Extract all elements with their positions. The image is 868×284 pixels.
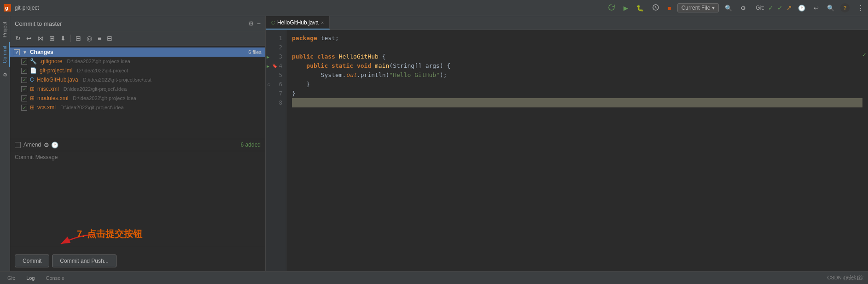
cherry-pick-btn[interactable]: ⋈ <box>35 33 46 43</box>
commit-button[interactable]: Commit <box>15 254 49 267</box>
commit-message-input[interactable] <box>15 154 261 243</box>
more-options-icon[interactable]: ⋮ <box>857 4 864 12</box>
amend-checkbox[interactable] <box>15 142 21 148</box>
title-bar: g git-project ▶ 🐛 ■ Current File ▾ 🔍 ⚙ G… <box>0 0 868 16</box>
misc-icon: ⊞ <box>30 86 35 92</box>
file-item-misc[interactable]: ✓ ⊞ misc.xml D:\idea2022\git-project\.id… <box>10 84 265 94</box>
sidebar-item-project[interactable]: Project <box>0 18 10 41</box>
current-file-dropdown[interactable]: Current File ▾ <box>677 3 719 12</box>
sidebar-item-commit[interactable]: Commit <box>0 42 10 67</box>
align-btn[interactable]: ≡ <box>95 33 104 43</box>
status-git-tab[interactable]: Git: <box>5 274 18 282</box>
vcs-checkbox[interactable]: ✓ <box>21 105 27 111</box>
amend-settings-icon[interactable]: ⚙ <box>44 142 49 148</box>
misc-name: misc.xml <box>37 86 59 92</box>
changes-group-checkbox[interactable]: ✓ <box>14 49 20 55</box>
commit-message-area[interactable] <box>10 151 265 246</box>
modules-name: modules.xml <box>37 95 68 101</box>
eye-btn[interactable]: ◎ <box>84 33 94 43</box>
refresh-btn[interactable]: ↻ <box>13 33 23 43</box>
file-item-modules[interactable]: ✓ ⊞ modules.xml D:\idea2022\git-project\… <box>10 94 265 103</box>
gitignore-checkbox[interactable]: ✓ <box>21 59 27 65</box>
java-icon: C <box>30 77 34 83</box>
amend-clock-icon[interactable]: 🕐 <box>51 142 58 148</box>
line-8: 8 <box>266 98 286 107</box>
git-check2-icon: ✓ <box>777 4 783 12</box>
line-2: 2 <box>266 43 286 52</box>
status-console-tab[interactable]: Console <box>43 274 67 282</box>
watermark-text: CSDN @安幻踪 <box>827 274 863 281</box>
modules-icon: ⊞ <box>30 95 35 101</box>
editor-ok-icon: ✓ <box>862 51 866 58</box>
run-btn[interactable]: ▶ <box>621 4 630 12</box>
undo-btn[interactable]: ↩ <box>24 33 34 43</box>
iml-name: git-project.iml <box>40 67 72 74</box>
code-line-8 <box>292 98 862 107</box>
code-line-5: System.out.println("Hello GitHub"); <box>292 71 862 80</box>
vcs-update-btn[interactable] <box>606 3 618 13</box>
iml-icon: 📄 <box>30 67 37 74</box>
code-line-3: public class HelloGitHub { <box>292 52 862 61</box>
tab-close-icon[interactable]: × <box>321 20 324 25</box>
changes-group-count: 6 files <box>248 49 262 55</box>
stop-btn[interactable]: ■ <box>665 4 674 12</box>
tab-hello-github[interactable]: C HelloGitHub.java × <box>266 16 330 30</box>
current-file-label: Current File <box>682 5 711 11</box>
status-bar: Git: Log Console CSDN @安幻踪 <box>0 271 868 284</box>
amend-row: Amend ⚙ 🕐 6 added <box>10 139 265 151</box>
java-path: D:\idea2022\git-project\src\test <box>83 77 151 83</box>
settings-btn[interactable]: ⚙ <box>738 4 748 12</box>
coverage-btn[interactable] <box>650 3 662 13</box>
diff-btn[interactable]: ⊞ <box>47 33 57 43</box>
download-btn[interactable]: ⬇ <box>58 33 68 43</box>
dropdown-chevron-icon: ▾ <box>712 5 715 11</box>
code-line-4: public static void main(String[] args) { <box>292 61 862 71</box>
iml-checkbox[interactable]: ✓ <box>21 68 27 74</box>
misc-checkbox[interactable]: ✓ <box>21 86 27 92</box>
code-line-7: } <box>292 89 862 98</box>
filter-btn[interactable]: ⊟ <box>105 33 115 43</box>
git-rollback-btn[interactable]: ↩ <box>811 4 821 12</box>
commit-and-push-button[interactable]: Commit and Push... <box>52 254 116 267</box>
commit-toolbar: ↻ ↩ ⋈ ⊞ ⬇ ⊟ ◎ ≡ ⊟ <box>10 31 265 46</box>
tab-file-icon: C <box>271 20 275 25</box>
group-btn[interactable]: ⊟ <box>73 33 83 43</box>
svg-text:g: g <box>5 5 8 11</box>
tab-name: HelloGitHub.java <box>277 19 319 26</box>
commit-minimize-btn[interactable]: − <box>257 20 261 27</box>
help-btn[interactable]: ? <box>840 3 850 12</box>
commit-panel: Commit to master ⚙ − ↻ ↩ ⋈ ⊞ ⬇ ⊟ ◎ ≡ ⊟ ✓… <box>10 16 266 271</box>
line-numbers: 1 2 ▶3 ▶🔖4 5 ○6 7 8 <box>266 30 286 271</box>
find-btn[interactable]: 🔍 <box>825 4 837 12</box>
file-item-java[interactable]: ✓ C HelloGitHub.java D:\idea2022\git-pro… <box>10 75 265 84</box>
line-1: 1 <box>266 34 286 43</box>
misc-path: D:\idea2022\git-project\.idea <box>64 86 127 92</box>
modules-checkbox[interactable]: ✓ <box>21 95 27 101</box>
debug-btn[interactable]: 🐛 <box>634 4 646 12</box>
commit-buttons: 7. 点击提交按钮 Commit Commit and Push... <box>10 246 265 271</box>
editor-tabs: C HelloGitHub.java × <box>266 16 868 30</box>
changes-group-label: Changes <box>30 49 245 55</box>
line-7: 7 <box>266 89 286 98</box>
sidebar-item-structure[interactable]: ⚙ <box>0 68 10 81</box>
changes-group: ✓ ▼ Changes 6 files ✓ 🔧 .gitignore D:\id… <box>10 47 265 112</box>
main-content: Project Commit ⚙ Commit to master ⚙ − ↻ … <box>0 16 868 271</box>
code-line-6: } <box>292 80 862 89</box>
file-item-gitignore[interactable]: ✓ 🔧 .gitignore D:\idea2022\git-project\.… <box>10 57 265 66</box>
line-6: ○6 <box>266 80 286 89</box>
line-4: ▶🔖4 <box>266 61 286 71</box>
file-item-iml[interactable]: ✓ 📄 git-project.iml D:\idea2022\git-proj… <box>10 66 265 75</box>
search-everywhere-btn[interactable]: 🔍 <box>722 4 734 12</box>
changes-group-header[interactable]: ✓ ▼ Changes 6 files <box>10 47 265 57</box>
file-item-vcs[interactable]: ✓ ⊞ vcs.xml D:\idea2022\git-project\.ide… <box>10 103 265 112</box>
toolbar-separator <box>70 35 71 42</box>
git-history-btn[interactable]: 🕐 <box>796 4 808 12</box>
line-3: ▶3 <box>266 52 286 61</box>
commit-settings-btn[interactable]: ⚙ <box>248 20 254 27</box>
code-content: package test; public class HelloGitHub {… <box>286 30 868 271</box>
status-log-tab[interactable]: Log <box>23 274 37 282</box>
line-5: 5 <box>266 71 286 80</box>
gitignore-icon: 🔧 <box>30 58 37 65</box>
code-line-1: package test; <box>292 34 862 43</box>
java-checkbox[interactable]: ✓ <box>21 77 27 83</box>
